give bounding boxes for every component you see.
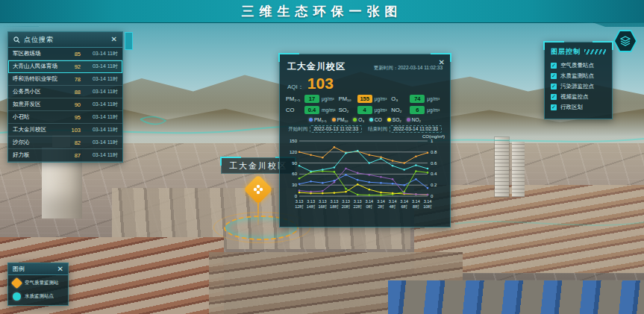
- station-search-panel: 点位搜索 ✕ 军区教练场 85 03-14 11时 大青山人民体育场 92 03…: [7, 31, 123, 163]
- layer-toggle-item[interactable]: ✓ 空气质量站点: [551, 60, 606, 71]
- station-aqi-value: 78: [67, 76, 81, 83]
- station-time: 03-14 11时: [85, 63, 118, 70]
- layer-panel-header: 图层控制: [551, 47, 606, 57]
- station-row[interactable]: 军区教练场 85 03-14 11时: [8, 48, 122, 60]
- svg-text:12时: 12时: [295, 204, 304, 209]
- station-name: 好力板: [13, 151, 67, 159]
- station-aqi-value: 95: [67, 114, 81, 121]
- legend-chip[interactable]: O₃: [353, 117, 364, 122]
- pollutant-value-badge: 6: [410, 106, 425, 114]
- checkbox-checked-icon[interactable]: ✓: [551, 84, 557, 90]
- checkbox-checked-icon[interactable]: ✓: [551, 94, 557, 100]
- station-aqi-value: 92: [67, 63, 81, 70]
- station-row[interactable]: 工大金川校区 103 03-14 11时: [8, 124, 122, 136]
- legend-dot-icon: [332, 118, 336, 122]
- legend-label: PM₁₀: [337, 117, 348, 122]
- detail-header: 工大金川校区 更新时间：2022-03-14 11:02:33: [286, 54, 444, 75]
- pollutant-value-badge: 0.4: [304, 106, 319, 114]
- svg-text:18时: 18时: [330, 204, 339, 209]
- legend-chip[interactable]: SO₂: [387, 117, 401, 122]
- station-aqi-value: 90: [67, 101, 81, 108]
- layer-label: 水质监测站点: [560, 72, 594, 80]
- svg-text:3.13: 3.13: [331, 199, 339, 204]
- station-row[interactable]: 如意开发区 90 03-14 11时: [8, 98, 122, 111]
- svg-text:3.13: 3.13: [307, 199, 315, 204]
- svg-text:3.14: 3.14: [424, 199, 432, 204]
- layer-toggle-item[interactable]: ✓ 行政区划: [551, 102, 606, 113]
- svg-text:3.14: 3.14: [389, 199, 397, 204]
- panel-collapse-handle[interactable]: [125, 32, 133, 50]
- building-tower-a: [495, 137, 509, 197]
- map-legend-list: 空气质量监测站 水质监测站点: [8, 275, 68, 302]
- close-icon[interactable]: ✕: [439, 59, 445, 66]
- pollutant-name: NO₂: [391, 107, 407, 113]
- station-time: 03-14 11时: [85, 50, 118, 57]
- station-time: 03-14 11时: [85, 75, 118, 83]
- svg-text:3.14: 3.14: [377, 199, 385, 204]
- checkbox-checked-icon[interactable]: ✓: [551, 73, 557, 79]
- station-aqi-value: 87: [67, 152, 81, 159]
- station-name: 工大金川校区: [13, 126, 67, 134]
- aqi-row: AQI： 103: [286, 75, 444, 93]
- legend-marker-icon: [11, 277, 23, 289]
- legend-chip[interactable]: NO₂: [407, 117, 421, 122]
- station-aqi-value: 103: [67, 127, 81, 134]
- station-aqi-value: 82: [67, 139, 81, 146]
- legend-dot-icon: [387, 118, 391, 122]
- checkbox-checked-icon[interactable]: ✓: [551, 104, 557, 110]
- station-name: 小召站: [13, 113, 67, 121]
- legend-chip[interactable]: PM₂.₅: [309, 117, 327, 122]
- legend-dot-icon: [407, 118, 410, 122]
- layer-control-panel: 图层控制 ✓ 空气质量站点 ✓ 水质监测站点 ✓ 污染源监控点 ✓ 视频监控点 …: [544, 42, 613, 119]
- legend-marker-icon: [13, 292, 21, 301]
- map-legend-item[interactable]: 空气质量监测站: [8, 275, 68, 289]
- checkbox-checked-icon[interactable]: ✓: [551, 63, 557, 69]
- station-name: 公务员小区: [13, 88, 67, 95]
- close-icon[interactable]: ✕: [57, 266, 63, 273]
- start-time-group: 开始时间 2022-03-13 11:02:33: [288, 125, 362, 133]
- layers-icon: [615, 31, 636, 51]
- pollutant-unit: μg/m³: [427, 107, 440, 113]
- svg-text:14时: 14时: [307, 204, 316, 209]
- legend-chip[interactable]: PM₁₀: [332, 117, 348, 122]
- layer-toggle-item[interactable]: ✓ 污染源监控点: [551, 81, 606, 92]
- legend-label: SO₂: [393, 117, 401, 122]
- pollutant-trend-chart[interactable]: 030609012015000.20.40.60.81CO(mg/m³)3.13…: [286, 134, 446, 222]
- start-time-input[interactable]: 2022-03-13 11:02:33: [310, 125, 362, 133]
- station-row[interactable]: 公务员小区 88 03-14 11时: [8, 86, 122, 98]
- legend-chip[interactable]: CO: [369, 117, 382, 122]
- close-icon[interactable]: ✕: [111, 36, 117, 43]
- pollutant-name: SO₂: [339, 107, 355, 113]
- pollutant-unit: μg/m³: [375, 96, 387, 101]
- layer-label: 视频监控点: [560, 93, 589, 101]
- app-root: 三维生态环保一张图 点位搜索 ✕ 军区教练场 85 03-14 11时 大青山人…: [0, 0, 644, 314]
- marker-stem: [257, 201, 259, 225]
- station-row[interactable]: 呼和浩特职业学院 78 03-14 11时: [8, 73, 122, 86]
- station-row[interactable]: 大青山人民体育场 92 03-14 11时: [8, 60, 122, 73]
- time-range-row: 开始时间 2022-03-13 11:02:33 结束时间 2022-03-14…: [286, 124, 444, 134]
- layer-toggle-item[interactable]: ✓ 视频监控点: [551, 92, 606, 102]
- pollutant-grid: PM₂.₅ 17 μg/m³ PM₁₀ 155 μg/m³ O₃ 74 μg/m…: [286, 93, 444, 116]
- end-time-input[interactable]: 2022-03-14 11:02:33: [390, 125, 442, 133]
- page-title: 三维生态环保一张图: [242, 3, 403, 20]
- station-row[interactable]: 好力板 87 03-14 11时: [8, 149, 122, 162]
- search-icon: [13, 37, 20, 43]
- station-aqi-value: 88: [67, 89, 81, 95]
- search-panel-title: 点位搜索: [24, 35, 107, 45]
- end-time-group: 结束时间 2022-03-14 11:02:33: [368, 125, 442, 133]
- station-row[interactable]: 小召站 95 03-14 11时: [8, 111, 122, 124]
- pollutant-value-badge: 74: [410, 95, 425, 103]
- start-time-label: 开始时间: [288, 126, 307, 133]
- station-row[interactable]: 沙尔沁 82 03-14 11时: [8, 136, 122, 149]
- legend-label: O₃: [358, 117, 364, 122]
- search-panel-header: 点位搜索 ✕: [8, 32, 122, 48]
- layer-toggle-item[interactable]: ✓ 水质监测站点: [551, 71, 606, 81]
- svg-text:6时: 6时: [401, 204, 407, 209]
- update-time-label: 更新时间：: [374, 65, 398, 70]
- svg-text:150: 150: [290, 139, 298, 143]
- map-legend-item[interactable]: 水质监测站点: [8, 289, 68, 302]
- layer-label: 空气质量站点: [560, 62, 594, 69]
- pollutant-cell: O₃ 74 μg/m³: [391, 95, 444, 103]
- layer-label: 污染源监控点: [560, 83, 594, 90]
- legend-label: PM₂.₅: [314, 117, 327, 122]
